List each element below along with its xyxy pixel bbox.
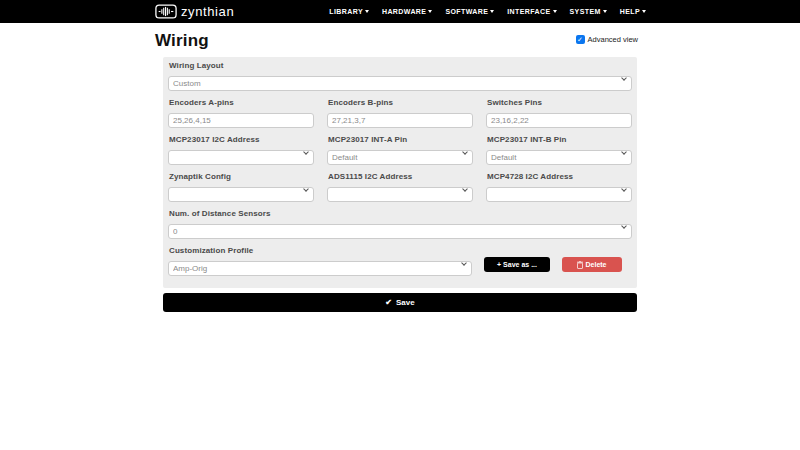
field-wiring-layout: Wiring Layout Custom <box>168 61 632 91</box>
advanced-view-label: Advanced view <box>588 35 638 44</box>
save-as-button[interactable]: + Save as ... <box>484 257 550 272</box>
field-ads1115-i2c: ADS1115 I2C Address <box>327 172 473 202</box>
field-mcp23017-inta: MCP23017 INT-A Pin Default <box>327 135 473 165</box>
chevron-down-icon <box>642 10 646 13</box>
chevron-down-icon <box>365 10 369 13</box>
field-mcp23017-i2c: MCP23017 I2C Address <box>168 135 314 165</box>
wiring-form-panel: Wiring Layout Custom Encoders A-pins Enc… <box>163 57 637 288</box>
switches-pins-input[interactable] <box>486 113 632 128</box>
mcp23017-i2c-label: MCP23017 I2C Address <box>169 135 314 144</box>
page-title: Wiring <box>155 31 209 51</box>
field-encoders-a-pins: Encoders A-pins <box>168 98 314 128</box>
chevron-down-icon <box>428 10 432 13</box>
ads1115-i2c-select[interactable] <box>327 187 473 202</box>
check-icon: ✔ <box>385 298 392 307</box>
mcp23017-i2c-select[interactable] <box>168 150 314 165</box>
mcp23017-intb-select[interactable]: Default <box>486 150 632 165</box>
checkbox-checked-icon[interactable]: ✓ <box>576 35 585 44</box>
customization-profile-select[interactable]: Amp-Orig <box>168 261 472 276</box>
field-switches-pins: Switches Pins <box>486 98 632 128</box>
mcp23017-inta-label: MCP23017 INT-A Pin <box>328 135 473 144</box>
field-customization-profile: Customization Profile Amp-Orig + Save as… <box>168 246 632 276</box>
brand-name: zynthian <box>181 4 234 19</box>
zynaptik-config-select[interactable] <box>168 187 314 202</box>
chevron-down-icon <box>603 10 607 13</box>
wiring-layout-label: Wiring Layout <box>169 61 632 70</box>
mcp4728-i2c-label: MCP4728 I2C Address <box>487 172 632 181</box>
switches-pins-label: Switches Pins <box>487 98 632 107</box>
advanced-view-toggle[interactable]: ✓ Advanced view <box>576 35 638 44</box>
trash-icon <box>577 261 583 269</box>
menu-library[interactable]: LIBRARY <box>329 8 369 15</box>
field-zynaptik-config: Zynaptik Config <box>168 172 314 202</box>
zynaptik-config-label: Zynaptik Config <box>169 172 314 181</box>
save-button[interactable]: ✔ Save <box>163 293 637 312</box>
chevron-down-icon <box>553 10 557 13</box>
zynthian-logo-icon <box>155 4 177 19</box>
menu-system[interactable]: SYSTEM <box>570 8 607 15</box>
field-mcp23017-intb: MCP23017 INT-B Pin Default <box>486 135 632 165</box>
chevron-down-icon <box>490 10 494 13</box>
mcp23017-intb-label: MCP23017 INT-B Pin <box>487 135 632 144</box>
encoders-a-pins-label: Encoders A-pins <box>169 98 314 107</box>
plus-icon: + <box>497 261 501 268</box>
menu-help[interactable]: HELP <box>620 8 646 15</box>
field-encoders-b-pins: Encoders B-pins <box>327 98 473 128</box>
encoders-b-pins-input[interactable] <box>327 113 473 128</box>
mcp4728-i2c-select[interactable] <box>486 187 632 202</box>
main-content: Wiring ✓ Advanced view Wiring Layout Cus… <box>152 23 648 312</box>
delete-button[interactable]: Delete <box>562 257 622 272</box>
menu-interface[interactable]: INTERFACE <box>507 8 556 15</box>
main-menu: LIBRARY HARDWARE SOFTWARE INTERFACE SYST… <box>329 8 646 15</box>
encoders-a-pins-input[interactable] <box>168 113 314 128</box>
distance-sensors-select[interactable]: 0 <box>168 224 632 239</box>
field-mcp4728-i2c: MCP4728 I2C Address <box>486 172 632 202</box>
distance-sensors-label: Num. of Distance Sensors <box>169 209 632 218</box>
customization-profile-label: Customization Profile <box>169 246 632 255</box>
menu-hardware[interactable]: HARDWARE <box>382 8 432 15</box>
wiring-layout-select[interactable]: Custom <box>168 76 632 91</box>
ads1115-i2c-label: ADS1115 I2C Address <box>328 172 473 181</box>
field-distance-sensors: Num. of Distance Sensors 0 <box>168 209 632 239</box>
menu-software[interactable]: SOFTWARE <box>445 8 494 15</box>
zynthian-brand[interactable]: zynthian <box>155 4 234 19</box>
mcp23017-inta-select[interactable]: Default <box>327 150 473 165</box>
encoders-b-pins-label: Encoders B-pins <box>328 98 473 107</box>
top-navbar: zynthian LIBRARY HARDWARE SOFTWARE INTER… <box>0 0 800 23</box>
